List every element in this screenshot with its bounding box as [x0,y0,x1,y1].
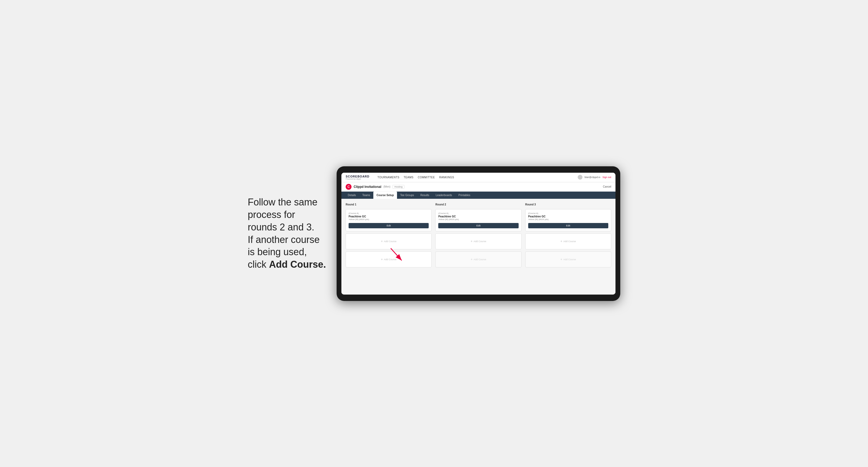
round-3-add-label-2: Add Course [563,258,576,261]
tab-tee-groups[interactable]: Tee Groups [397,192,417,199]
user-email: blair@clippd.io [585,176,600,179]
round-1-add-label-2: Add Course [384,258,397,261]
scoreboard-logo: SCOREBOARD [346,175,369,178]
round-3-column: Round 3 (Course A) Peachtree GC Yellow (… [525,203,611,268]
tablet-screen: SCOREBOARD Powered by clippd TOURNAMENTS… [341,173,616,294]
sign-out-link[interactable]: Sign out [602,176,611,179]
round-2-add-label-2: Add Course [474,258,487,261]
round-1-course-tag: (Course A) [349,212,429,215]
tab-results[interactable]: Results [417,192,432,199]
round-2-course-card: (Course A) Peachtree GC Yellow (M) (6629… [435,209,521,231]
round-1-add-course-button[interactable]: + Add Course [346,234,432,249]
round-3-add-course-button-2[interactable]: + Add Course [525,251,611,268]
tab-teams[interactable]: Teams [359,192,373,199]
tablet-inner: SCOREBOARD Powered by clippd TOURNAMENTS… [341,173,616,294]
tab-details[interactable]: Details [345,192,359,199]
round-1-plus-icon: + [381,240,383,243]
tab-bar: Details Teams Course Setup Tee Groups Re… [341,192,616,199]
round-2-plus-icon: + [471,240,473,243]
nav-links: TOURNAMENTS TEAMS COMMITTEE RANKINGS [377,176,572,179]
hosting-badge: Hosting [393,185,404,189]
round-1-course-card: (Course A) Peachtree GC Yellow (M) (6629… [346,209,432,231]
tournament-name: Clippd Invitational [354,185,381,189]
rounds-grid: Round 1 (Course A) Peachtree GC Yellow (… [346,203,611,268]
tablet-frame: SCOREBOARD Powered by clippd TOURNAMENTS… [337,166,620,301]
nav-right: blair@clippd.io Sign out [578,175,611,180]
round-2-course-details: Yellow (M) (6629 yds) [438,218,518,221]
round-3-course-details: Yellow (M) (6629 yds) [528,218,608,221]
round-1-plus-icon-2: + [381,257,383,261]
round-2-label: Round 2 [435,203,521,206]
round-1-edit-button[interactable]: Edit [349,223,429,228]
nav-teams[interactable]: TEAMS [404,176,413,179]
round-1-add-label: Add Course [384,240,397,243]
round-3-label: Round 3 [525,203,611,206]
tournament-type: (Men) [383,185,390,188]
round-3-add-label: Add Course [563,240,576,243]
tab-printables[interactable]: Printables [455,192,473,199]
sub-header: C Clippd Invitational (Men) Hosting Canc… [341,182,616,192]
round-2-plus-icon-2: + [471,257,473,261]
cancel-button[interactable]: Cancel [603,185,611,188]
round-3-plus-icon-2: + [560,257,562,261]
page-wrapper: Follow the same process for rounds 2 and… [248,166,620,301]
round-1-column: Round 1 (Course A) Peachtree GC Yellow (… [346,203,432,268]
round-1-label: Round 1 [346,203,432,206]
logo-area: SCOREBOARD Powered by clippd [346,175,369,180]
round-1-course-name: Peachtree GC [349,215,429,218]
round-3-course-tag: (Course A) [528,212,608,215]
nav-rankings[interactable]: RANKINGS [439,176,454,179]
round-2-course-tag: (Course A) [438,212,518,215]
sub-header-left: C Clippd Invitational (Men) Hosting [346,184,404,190]
top-nav: SCOREBOARD Powered by clippd TOURNAMENTS… [341,173,616,182]
round-1-course-details: Yellow (M) (6629 yds) [349,218,429,221]
annotation-text: Follow the same process for rounds 2 and… [248,196,326,271]
round-3-add-course-button[interactable]: + Add Course [525,234,611,249]
round-3-plus-icon: + [560,240,562,243]
round-2-add-course-button-2[interactable]: + Add Course [435,251,521,268]
c-logo: C [346,184,351,190]
round-2-course-name: Peachtree GC [438,215,518,218]
round-3-course-card: (Course A) Peachtree GC Yellow (M) (6629… [525,209,611,231]
main-content: Round 1 (Course A) Peachtree GC Yellow (… [341,199,616,294]
tab-course-setup[interactable]: Course Setup [373,192,397,199]
user-avatar [578,175,583,180]
round-3-edit-button[interactable]: Edit [528,223,608,228]
round-2-add-label: Add Course [474,240,487,243]
round-2-add-course-button[interactable]: + Add Course [435,234,521,249]
round-2-column: Round 2 (Course A) Peachtree GC Yellow (… [435,203,521,268]
tab-leaderboards[interactable]: Leaderboards [432,192,455,199]
round-3-course-name: Peachtree GC [528,215,608,218]
nav-tournaments[interactable]: TOURNAMENTS [377,176,399,179]
round-1-add-course-button-2[interactable]: + Add Course [346,251,432,268]
round-2-edit-button[interactable]: Edit [438,223,518,228]
logo-sub: Powered by clippd [346,178,369,180]
nav-committee[interactable]: COMMITTEE [418,176,435,179]
